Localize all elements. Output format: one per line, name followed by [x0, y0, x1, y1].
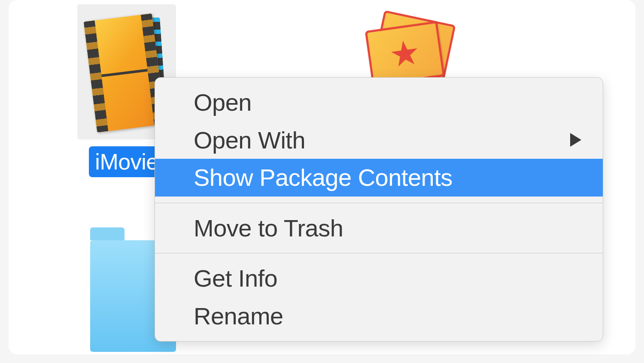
context-menu: Open Open With Show Package Contents Mov…	[155, 77, 603, 342]
menu-item-label: Get Info	[194, 262, 277, 295]
theater-ticket-icon[interactable]: ★	[365, 15, 459, 84]
finder-window-area: iMovie ★ Open Open With Show Package Con…	[9, 0, 635, 354]
menu-item-open-with[interactable]: Open With	[155, 121, 603, 159]
menu-item-label: Move to Trash	[194, 212, 343, 245]
menu-item-rename[interactable]: Rename	[155, 297, 603, 335]
menu-item-show-package-contents[interactable]: Show Package Contents	[155, 159, 603, 197]
menu-item-get-info[interactable]: Get Info	[155, 260, 603, 297]
menu-item-move-to-trash[interactable]: Move to Trash	[155, 209, 603, 247]
submenu-arrow-icon	[570, 133, 581, 147]
menu-item-label: Open With	[194, 124, 305, 157]
menu-divider	[155, 253, 603, 254]
menu-item-open[interactable]: Open	[155, 84, 603, 121]
menu-item-label: Rename	[194, 300, 283, 333]
menu-divider	[155, 203, 603, 203]
filmstrip-front-icon	[84, 13, 165, 133]
menu-item-label: Open	[194, 86, 252, 119]
menu-item-label: Show Package Contents	[194, 161, 453, 194]
file-label-imovie[interactable]: iMovie	[89, 146, 164, 177]
